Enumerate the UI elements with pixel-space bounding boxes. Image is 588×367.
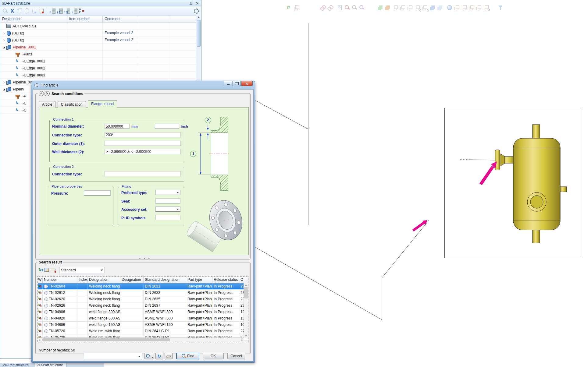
- tree-row[interactable]: Pipeline_0001: [0, 44, 201, 51]
- right-nozzle[interactable]: [559, 187, 567, 192]
- outer-diameter-input[interactable]: [105, 141, 181, 146]
- expand-all-icon[interactable]: ↓: [71, 7, 78, 15]
- swap-parts-icon[interactable]: [286, 4, 293, 11]
- result-row[interactable]: TN-02604Welding neck flangeDIN 2631Raw-p…: [38, 283, 248, 290]
- search-purple-icon[interactable]: [358, 4, 365, 11]
- red-cube-2-icon[interactable]: [461, 4, 468, 11]
- expand-level-2-icon[interactable]: ↑2: [56, 7, 63, 15]
- result-column-header[interactable]: Part type: [186, 277, 212, 283]
- result-row[interactable]: TN-04886weld flange 150 ASMASME WNFI 150…: [38, 322, 248, 328]
- pin-icon[interactable]: [189, 2, 193, 5]
- pressure-input[interactable]: [84, 190, 111, 196]
- tab-3d-part-structure[interactable]: 3D-Part structure: [34, 363, 66, 367]
- refresh-results-icon[interactable]: [38, 267, 43, 273]
- chain-link-icon[interactable]: [319, 4, 326, 11]
- preferred-type-dropdown[interactable]: [155, 190, 180, 195]
- result-row[interactable]: TN-02620Welding neck flangeDIN 2635Raw-p…: [38, 296, 248, 302]
- tree-row[interactable]: ~Parts: [0, 51, 201, 58]
- paste-icon[interactable]: [23, 7, 31, 15]
- blue-cube-light-icon[interactable]: [437, 4, 443, 11]
- tree-row[interactable]: (BEH2)Example vessel 2: [0, 30, 201, 37]
- tree-expander-icon[interactable]: [2, 37, 6, 44]
- orange-cube-icon[interactable]: [384, 4, 391, 11]
- column-header-item-number[interactable]: Item number: [67, 16, 103, 23]
- tab-article[interactable]: Article: [39, 101, 55, 108]
- saved-search-combo[interactable]: [84, 353, 142, 359]
- panel-title-bar[interactable]: 3D-Part structure ×: [0, 0, 201, 6]
- maximize-button[interactable]: [233, 81, 241, 86]
- gear-icon[interactable]: [193, 7, 200, 15]
- scrollbar-thumb[interactable]: [244, 287, 248, 298]
- tree-row[interactable]: AUTOPARTS1: [0, 23, 201, 30]
- result-column-header[interactable]: Designation: [120, 277, 144, 283]
- reset-button[interactable]: [155, 353, 163, 359]
- column-header-designation[interactable]: Designation: [0, 16, 67, 23]
- red-cube-3-icon[interactable]: [468, 4, 475, 11]
- filter-icon[interactable]: [497, 4, 504, 11]
- scroll-up-icon[interactable]: ▲: [244, 283, 248, 287]
- minimize-button[interactable]: [224, 81, 232, 86]
- tree-row[interactable]: ~CEdge_0002: [0, 65, 201, 72]
- preview-icon[interactable]: [43, 267, 50, 273]
- chain-link-2-icon[interactable]: [327, 4, 333, 11]
- red-cube-1-icon[interactable]: [454, 4, 460, 11]
- cancel-button[interactable]: Cancel: [227, 353, 245, 359]
- 3d-viewport[interactable]: [444, 108, 582, 258]
- tab-classification[interactable]: Classification: [58, 101, 86, 108]
- result-row[interactable]: TN-04906weld flange 300 ASMASME WNFI 300…: [38, 309, 248, 315]
- result-column-header[interactable]: Release status: [212, 277, 239, 283]
- scroll-up-icon[interactable]: ▲: [196, 15, 201, 19]
- view-select-combo[interactable]: Standard: [59, 267, 105, 273]
- remove-sorting-icon[interactable]: ×: [78, 7, 85, 15]
- result-column-header[interactable]: W: [38, 277, 43, 283]
- cube-wire-1-icon[interactable]: [392, 4, 399, 11]
- clear-button[interactable]: [165, 353, 173, 359]
- ok-button[interactable]: OK: [203, 353, 224, 359]
- accessory-set-dropdown[interactable]: [155, 206, 180, 212]
- green-cube-icon[interactable]: [377, 4, 383, 11]
- next-condition-button[interactable]: [45, 91, 50, 96]
- copy-contents-icon[interactable]: [31, 7, 38, 15]
- search-gear-icon[interactable]: [344, 4, 351, 11]
- cube-q1-icon[interactable]: Q: [414, 4, 421, 11]
- scroll-down-icon[interactable]: ▼: [244, 334, 248, 338]
- tree-expander-icon[interactable]: [2, 30, 6, 37]
- find-button[interactable]: Find: [176, 353, 199, 359]
- globe-cube-icon[interactable]: [446, 4, 453, 11]
- close-icon[interactable]: ×: [195, 1, 199, 5]
- tree-expander-icon[interactable]: [2, 86, 6, 93]
- expand-level-3-icon[interactable]: ↑3: [63, 7, 71, 15]
- export-icon[interactable]: [50, 267, 57, 273]
- left-nozzle-flange[interactable]: [495, 150, 500, 170]
- save-search-button[interactable]: [144, 353, 154, 359]
- search-icon[interactable]: [2, 7, 9, 15]
- connection-2-type-input[interactable]: [105, 171, 181, 176]
- wall-thickness-input[interactable]: [105, 149, 181, 154]
- result-column-header[interactable]: Designation: [88, 277, 120, 283]
- tree-row[interactable]: ~CEdge_0001: [0, 58, 201, 65]
- result-column-header[interactable]: Number: [43, 277, 77, 283]
- result-column-header[interactable]: Index: [77, 277, 88, 283]
- column-header-comment[interactable]: Comment: [103, 16, 138, 23]
- collapse-all-icon[interactable]: ↑: [49, 7, 56, 15]
- scroll-left-icon[interactable]: ◀: [39, 338, 40, 342]
- cube-wire-3-icon[interactable]: [407, 4, 413, 11]
- copy-icon[interactable]: [16, 7, 23, 15]
- tree-row[interactable]: (BEH2)Example vessel 2: [0, 37, 201, 44]
- result-column-header[interactable]: C: [239, 277, 248, 283]
- splitter-grip[interactable]: • • •: [139, 257, 151, 260]
- vessel-body[interactable]: [513, 138, 560, 230]
- nominal-diameter-mm-input[interactable]: [105, 124, 130, 129]
- cube-q2-icon[interactable]: Q: [421, 4, 428, 11]
- result-vertical-scrollbar[interactable]: ▲ ▼: [244, 283, 248, 338]
- result-row[interactable]: TN-04920weld flange 600 ASMASME WNFI 600…: [38, 315, 248, 322]
- pid-symbols-input[interactable]: [155, 215, 180, 220]
- close-button[interactable]: ×: [241, 81, 253, 86]
- top-nozzle[interactable]: [533, 125, 540, 140]
- connection-type-input[interactable]: [105, 132, 181, 137]
- search-icon[interactable]: [351, 4, 358, 11]
- cube-wire-2-icon[interactable]: [399, 4, 406, 11]
- result-row[interactable]: TN-02612Welding neck flangeDIN 2633Raw-p…: [38, 290, 248, 296]
- red-cube-arrow-icon[interactable]: ↺: [483, 4, 490, 11]
- seal-input[interactable]: [155, 198, 180, 203]
